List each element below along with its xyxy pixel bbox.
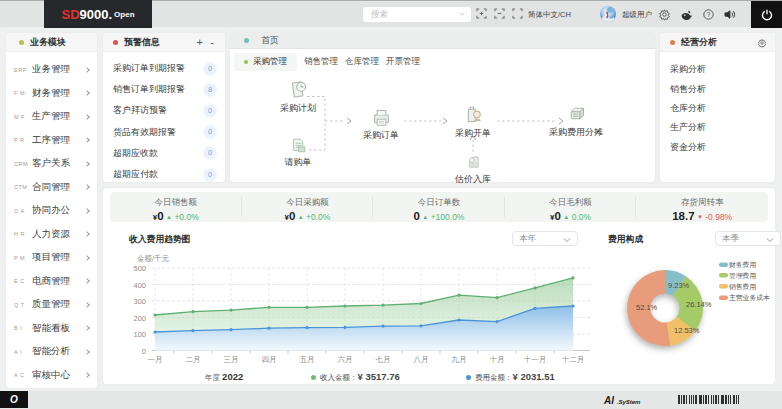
svg-text:400: 400 [133, 281, 146, 290]
svg-text:12.53%: 12.53% [674, 326, 700, 335]
svg-text:500: 500 [133, 264, 146, 273]
svg-text:?: ? [707, 11, 711, 18]
svg-text:九月: 九月 [452, 355, 467, 364]
svg-text:八月: 八月 [414, 355, 429, 364]
svg-text:十一月: 十一月 [524, 355, 547, 364]
svg-text:销售费用: 销售费用 [728, 283, 756, 291]
svg-text:管理费用: 管理费用 [729, 272, 756, 280]
svg-text:100: 100 [133, 330, 146, 339]
svg-text:五月: 五月 [300, 355, 315, 364]
svg-text:财务费用: 财务费用 [729, 261, 756, 269]
svg-text:十二月: 十二月 [562, 355, 585, 364]
svg-text:一月: 一月 [148, 355, 163, 364]
svg-text:主营业务成本: 主营业务成本 [729, 294, 770, 301]
svg-text:金额/千元: 金额/千元 [137, 254, 170, 263]
svg-text:52.1%: 52.1% [636, 303, 658, 312]
svg-text:26.14%: 26.14% [686, 300, 712, 309]
svg-text:四月: 四月 [262, 355, 277, 364]
svg-text:二月: 二月 [186, 355, 201, 364]
svg-text:十月: 十月 [490, 355, 505, 364]
svg-text:三月: 三月 [224, 355, 239, 364]
svg-text:六月: 六月 [338, 355, 353, 364]
svg-text:七月: 七月 [376, 355, 391, 364]
svg-text:200: 200 [133, 314, 146, 323]
svg-text:300: 300 [133, 297, 146, 306]
svg-text:0: 0 [142, 347, 146, 356]
svg-text:9.23%: 9.23% [668, 281, 690, 290]
